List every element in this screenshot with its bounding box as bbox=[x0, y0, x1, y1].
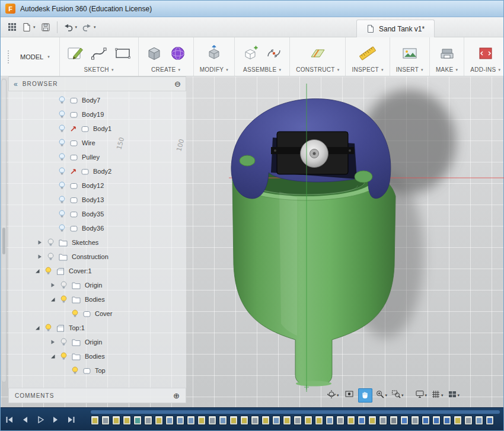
timeline-feature-sketch[interactable] bbox=[229, 416, 238, 425]
press-pull-icon[interactable] bbox=[205, 44, 224, 63]
new-component-icon[interactable] bbox=[241, 44, 260, 63]
grid-settings-button[interactable]: ▾ bbox=[430, 388, 445, 403]
comments-add-icon[interactable]: ⊕ bbox=[173, 391, 180, 400]
step-forward-button[interactable] bbox=[50, 414, 60, 424]
visibility-bulb-icon[interactable] bbox=[58, 210, 66, 218]
browser-remove-icon[interactable]: ⊖ bbox=[174, 79, 181, 88]
visibility-bulb-icon[interactable] bbox=[58, 110, 66, 119]
ribbon-dropdown-modify[interactable]: MODIFY▾ bbox=[200, 66, 229, 73]
visibility-bulb-icon[interactable] bbox=[58, 139, 66, 147]
undo-button[interactable]: ▾ bbox=[61, 20, 80, 35]
display-settings-button[interactable]: ▾ bbox=[414, 388, 429, 403]
timeline-feature-sketch[interactable] bbox=[91, 416, 99, 425]
browser-item-bodies[interactable]: Bodies bbox=[8, 292, 186, 307]
timeline-feature-sketch[interactable] bbox=[155, 416, 163, 425]
timeline-feature-sketch[interactable] bbox=[261, 416, 270, 425]
browser-item-construction[interactable]: Construction bbox=[8, 250, 186, 264]
timeline-feature-extrude[interactable] bbox=[336, 416, 344, 425]
browser-item-body35[interactable]: Body35 bbox=[8, 207, 186, 221]
file-menu-button[interactable]: ▾ bbox=[20, 20, 38, 35]
browser-item-body7[interactable]: Body7 bbox=[8, 93, 186, 107]
timeline-scrollbar[interactable] bbox=[91, 410, 500, 414]
browser-item-top-1[interactable]: Top:1 bbox=[8, 321, 186, 335]
timeline-feature-extrude[interactable] bbox=[411, 416, 419, 425]
timeline-feature-extrude[interactable] bbox=[101, 416, 110, 425]
collapse-twisty-icon[interactable] bbox=[50, 296, 56, 302]
ribbon-dropdown-add-ins[interactable]: ADD-INS▾ bbox=[470, 66, 500, 73]
browser-item-body2[interactable]: Body2 bbox=[8, 164, 186, 178]
timeline-feature-sketch[interactable] bbox=[315, 416, 323, 425]
rectangle-icon[interactable] bbox=[113, 44, 132, 63]
visibility-bulb-icon[interactable] bbox=[47, 253, 55, 261]
timeline-feature-hole[interactable] bbox=[326, 416, 334, 425]
visibility-bulb-icon[interactable] bbox=[60, 352, 68, 360]
browser-scrollbar[interactable] bbox=[1, 79, 7, 382]
step-back-button[interactable] bbox=[20, 414, 30, 424]
timeline-feature-extrude[interactable] bbox=[464, 416, 473, 425]
browser-item-origin[interactable]: Origin bbox=[8, 335, 186, 349]
timeline-feature-sketch[interactable] bbox=[454, 416, 462, 425]
redo-button[interactable]: ▾ bbox=[79, 20, 98, 35]
skip-start-button[interactable] bbox=[4, 414, 14, 424]
play-button[interactable] bbox=[35, 414, 45, 424]
window-zoom-button[interactable]: ▾ bbox=[390, 388, 405, 403]
timeline-feature-pattern[interactable] bbox=[486, 416, 494, 425]
visibility-bulb-icon[interactable] bbox=[58, 167, 66, 175]
timeline-feature-move[interactable] bbox=[400, 416, 409, 425]
browser-item-cover-1[interactable]: Cover:1 bbox=[8, 264, 186, 278]
browser-scrollbar-thumb[interactable] bbox=[2, 228, 5, 254]
expand-twisty-icon[interactable] bbox=[37, 240, 43, 245]
timeline-feature-pattern[interactable] bbox=[443, 416, 451, 425]
browser-item-wire[interactable]: Wire bbox=[8, 136, 186, 150]
timeline-feature-hole[interactable] bbox=[475, 416, 483, 425]
skip-end-button[interactable] bbox=[66, 414, 76, 424]
visibility-bulb-icon[interactable] bbox=[60, 295, 68, 304]
zoom-button[interactable]: ▾ bbox=[374, 388, 389, 403]
browser-item-body19[interactable]: Body19 bbox=[8, 107, 186, 122]
browser-item-pulley[interactable]: Pulley bbox=[8, 150, 186, 164]
timeline-feature-sketch[interactable] bbox=[112, 416, 120, 425]
plane-icon[interactable] bbox=[308, 44, 327, 63]
create-sketch-icon[interactable] bbox=[66, 44, 85, 63]
timeline-feature-combine[interactable] bbox=[390, 416, 398, 425]
joint-icon[interactable] bbox=[264, 44, 283, 63]
ribbon-dropdown-assemble[interactable]: ASSEMBLE▾ bbox=[243, 66, 281, 73]
browser-item-body36[interactable]: Body36 bbox=[8, 221, 186, 235]
visibility-bulb-icon[interactable] bbox=[44, 324, 52, 332]
browser-item-bodies[interactable]: Bodies bbox=[8, 349, 186, 363]
document-tab[interactable]: Sand Tank v1* bbox=[356, 20, 435, 37]
expand-twisty-icon[interactable] bbox=[50, 282, 56, 288]
visibility-bulb-icon[interactable] bbox=[47, 238, 55, 247]
timeline-feature-sketch[interactable] bbox=[240, 416, 248, 425]
visibility-bulb-icon[interactable] bbox=[60, 338, 68, 346]
comments-bar[interactable]: COMMENTS ⊕ bbox=[8, 388, 186, 403]
collapse-twisty-icon[interactable] bbox=[34, 268, 40, 274]
timeline-feature-extrude[interactable] bbox=[294, 416, 302, 425]
timeline-feature-extrude[interactable] bbox=[208, 416, 216, 425]
timeline-feature-move[interactable] bbox=[358, 416, 366, 425]
timeline-feature-sketch[interactable] bbox=[368, 416, 377, 425]
timeline-feature-hole[interactable] bbox=[219, 416, 227, 425]
ribbon-dropdown-construct[interactable]: CONSTRUCT▾ bbox=[296, 66, 339, 73]
expand-twisty-icon[interactable] bbox=[50, 339, 56, 345]
timeline-feature-extrude[interactable] bbox=[144, 416, 152, 425]
timeline-feature-revolve[interactable] bbox=[133, 416, 142, 425]
browser-item-body12[interactable]: Body12 bbox=[8, 178, 186, 193]
ribbon-dropdown-make[interactable]: MAKE▾ bbox=[436, 66, 458, 73]
visibility-bulb-icon[interactable] bbox=[60, 281, 68, 289]
visibility-bulb-icon[interactable] bbox=[71, 366, 79, 375]
timeline-feature-extrude[interactable] bbox=[251, 416, 259, 425]
timeline-feature-sketch[interactable] bbox=[283, 416, 291, 425]
timeline-feature-hole[interactable] bbox=[176, 416, 184, 425]
visibility-bulb-icon[interactable] bbox=[58, 124, 66, 133]
ribbon-dropdown-create[interactable]: CREATE▾ bbox=[151, 66, 180, 73]
browser-item-body13[interactable]: Body13 bbox=[8, 193, 186, 207]
ribbon-dropdown-inspect[interactable]: INSPECT▾ bbox=[352, 66, 383, 73]
measure-icon[interactable] bbox=[358, 44, 377, 63]
workspace-selector[interactable]: MODEL ▾ bbox=[1, 37, 60, 76]
ribbon-dropdown-sketch[interactable]: SKETCH▾ bbox=[84, 66, 114, 73]
ribbon-dropdown-insert[interactable]: INSERT▾ bbox=[396, 66, 423, 73]
spline-icon[interactable] bbox=[90, 44, 109, 63]
orbit-button[interactable]: ▾ bbox=[326, 388, 340, 403]
timeline-feature-pattern[interactable] bbox=[422, 416, 430, 425]
